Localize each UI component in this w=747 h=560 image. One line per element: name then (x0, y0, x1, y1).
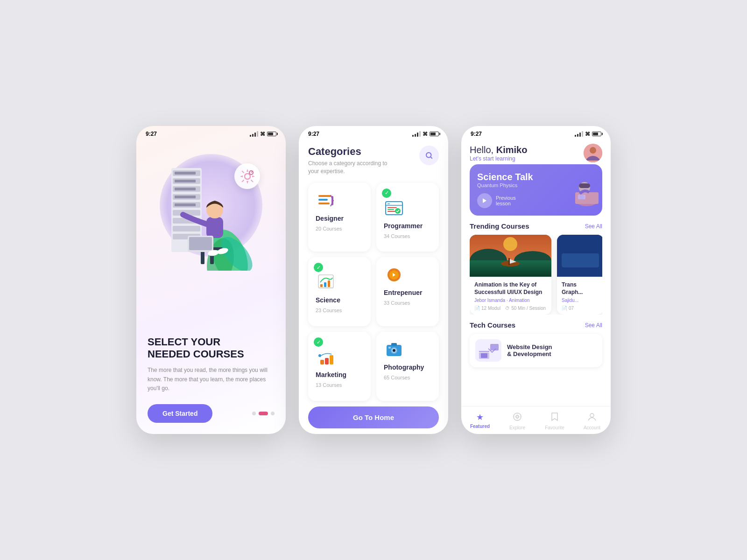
wifi-icon-2: ⌘ (423, 131, 428, 137)
status-bar-1: 9:27 ⌘ (136, 126, 286, 140)
gear-decoration (234, 163, 260, 189)
explore-label: Explore (509, 425, 525, 430)
programmer-icon-wrap (384, 198, 404, 218)
battery-icon-1 (267, 132, 276, 136)
dot-1 (252, 412, 256, 415)
category-designer[interactable]: Designer 20 Courses (308, 183, 371, 252)
home-content: Hello, Kimiko Let's start learning Scien… (461, 140, 611, 406)
course-card-animation[interactable]: Animation is the Key ofSuccessfull UI/UX… (470, 235, 551, 315)
marketing-icon (317, 348, 335, 366)
trending-see-all[interactable]: See All (585, 223, 602, 230)
course-img-animation (470, 235, 551, 277)
svg-point-29 (426, 153, 431, 158)
svg-rect-11 (175, 196, 196, 198)
nav-featured[interactable]: ★ Featured (461, 410, 499, 432)
dot-3 (271, 412, 275, 415)
svg-point-27 (245, 174, 250, 179)
categories-header: Categories Choose a category according t… (308, 146, 439, 175)
signal-icon-2 (412, 131, 421, 137)
tech-see-all[interactable]: See All (585, 322, 602, 329)
svg-rect-32 (318, 199, 328, 201)
duration-text: 50 Min / Session (511, 306, 546, 311)
featured-label: Featured (470, 424, 490, 429)
svg-rect-24 (189, 237, 212, 250)
entrepreneur-count: 33 Courses (384, 300, 410, 306)
svg-rect-51 (330, 355, 333, 364)
trans-module-count: 07 (569, 306, 574, 311)
science-name: Science (316, 296, 340, 304)
illustration-svg (146, 145, 258, 271)
featured-icon: ★ (476, 412, 484, 422)
science-card[interactable]: Science Talk Quantum Physics Previousles… (470, 164, 602, 216)
onboarding-illustration (136, 140, 286, 327)
trans-course-stats: 📄 07 (562, 306, 599, 311)
category-photography[interactable]: Photography 65 Courses (376, 332, 439, 401)
search-button[interactable] (419, 146, 439, 165)
marketing-check: ✓ (314, 337, 323, 347)
module-icon: 📄 (474, 306, 480, 311)
signal-icon-3 (575, 131, 583, 137)
user-avatar[interactable] (584, 144, 602, 162)
svg-rect-44 (320, 284, 323, 287)
course-card-trans[interactable]: TransGraph... Sajidu... 📄 07 (557, 235, 602, 315)
nav-explore[interactable]: Explore (499, 410, 536, 432)
science-count: 23 Courses (316, 308, 342, 313)
category-science[interactable]: ✓ Science 23 Courses (308, 257, 371, 326)
onboarding-description: The more that you read, the more things … (148, 366, 275, 393)
photography-icon (385, 340, 403, 359)
search-icon (425, 151, 433, 160)
programmer-name: Programmer (384, 222, 423, 230)
animation-course-title: Animation is the Key ofSuccessfull UI/UX… (474, 281, 547, 296)
favourite-svg (550, 412, 559, 421)
marketing-count: 13 Courses (316, 382, 342, 388)
nav-account[interactable]: Account (573, 410, 611, 432)
module-count: 12 Modul (481, 306, 500, 311)
status-bar-3: 9:27 ⌘ (461, 126, 611, 140)
play-button[interactable] (477, 193, 492, 208)
wifi-icon-3: ⌘ (585, 131, 590, 137)
svg-rect-38 (388, 207, 397, 208)
status-bar-2: 9:27 ⌘ (299, 126, 448, 140)
get-started-button[interactable]: Get Started (148, 404, 212, 423)
photography-icon-wrap (384, 339, 404, 360)
categories-subtitle: Choose a category according toyour exper… (308, 160, 387, 175)
svg-rect-46 (328, 280, 330, 287)
svg-rect-33 (318, 203, 330, 204)
home-header: Hello, Kimiko Let's start learning (470, 144, 602, 162)
svg-point-57 (393, 349, 395, 352)
onboarding-title: SELECT YOURNEEDED COURSES (148, 336, 275, 361)
battery-icon-2 (430, 132, 439, 136)
tech-course-info: Website Design& Development (507, 343, 597, 357)
nav-favourite[interactable]: Favourite (536, 410, 573, 432)
category-marketing[interactable]: ✓ Marketing 13 Courses (308, 332, 371, 401)
favourite-label: Favourite (545, 425, 564, 430)
svg-rect-13 (175, 203, 196, 206)
programmer-check: ✓ (382, 189, 391, 198)
svg-rect-31 (318, 195, 331, 197)
user-name: Kimiko (496, 145, 528, 155)
svg-rect-80 (490, 344, 499, 350)
svg-rect-50 (325, 358, 329, 364)
go-to-home-button[interactable]: Go To Home (308, 406, 439, 428)
course-img-trans (557, 235, 602, 277)
svg-point-68 (503, 237, 517, 251)
svg-rect-76 (562, 253, 599, 267)
account-label: Account (584, 425, 600, 430)
tech-section-header: Tech Courses See All (470, 321, 602, 329)
module-stat: 📄 12 Modul (474, 306, 500, 311)
lesson-label: Previouslesson (496, 195, 516, 206)
svg-rect-9 (175, 188, 196, 190)
tech-course-card[interactable]: Website Design& Development (470, 334, 602, 367)
tech-thumb-svg (475, 339, 501, 362)
pagination-dots (252, 412, 275, 415)
designer-icon (317, 191, 335, 210)
course-card-body-animation: Animation is the Key ofSuccessfull UI/UX… (470, 277, 551, 315)
svg-rect-45 (324, 282, 326, 287)
category-programmer[interactable]: ✓ Programmer (376, 183, 439, 252)
science-icon-wrap (316, 272, 336, 293)
categories-content: Categories Choose a category according t… (299, 140, 448, 434)
category-entrepreneur[interactable]: Entrepenuer 33 Courses (376, 257, 439, 326)
designer-count: 20 Courses (316, 226, 342, 231)
dot-2-active (259, 412, 268, 415)
course-card-body-trans: TransGraph... Sajidu... 📄 07 (557, 277, 602, 315)
